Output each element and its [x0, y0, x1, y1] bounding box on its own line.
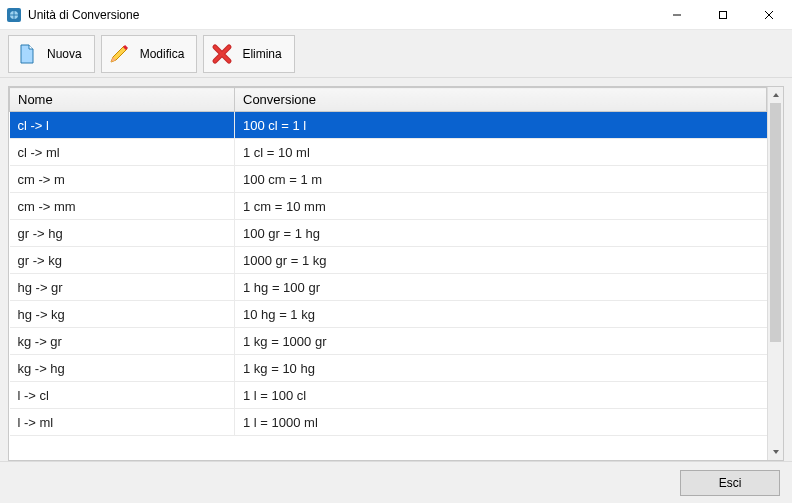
- cell-name: cl -> ml: [10, 139, 235, 166]
- cell-conversion: 1000 gr = 1 kg: [235, 247, 767, 274]
- scroll-down-icon[interactable]: [768, 444, 783, 460]
- cell-conversion: 10 hg = 1 kg: [235, 301, 767, 328]
- cell-name: gr -> kg: [10, 247, 235, 274]
- cell-conversion: 1 cl = 10 ml: [235, 139, 767, 166]
- table-row[interactable]: cl -> ml1 cl = 10 ml: [10, 139, 767, 166]
- delete-button[interactable]: Elimina: [203, 35, 294, 73]
- table-row[interactable]: l -> ml1 l = 1000 ml: [10, 409, 767, 436]
- delete-icon: [210, 42, 234, 66]
- cell-conversion: 1 l = 100 cl: [235, 382, 767, 409]
- cell-conversion: 1 hg = 100 gr: [235, 274, 767, 301]
- maximize-button[interactable]: [700, 0, 746, 29]
- cell-conversion: 1 kg = 1000 gr: [235, 328, 767, 355]
- toolbar: Nuova Modifica Elimina: [0, 30, 792, 78]
- cell-name: cm -> m: [10, 166, 235, 193]
- cell-conversion: 1 kg = 10 hg: [235, 355, 767, 382]
- cell-name: gr -> hg: [10, 220, 235, 247]
- cell-conversion: 100 gr = 1 hg: [235, 220, 767, 247]
- edit-button[interactable]: Modifica: [101, 35, 198, 73]
- delete-button-label: Elimina: [242, 47, 281, 61]
- title-bar: Unità di Conversione: [0, 0, 792, 30]
- scrollbar-track[interactable]: [768, 103, 783, 444]
- cell-name: hg -> gr: [10, 274, 235, 301]
- cell-name: l -> cl: [10, 382, 235, 409]
- cell-name: kg -> gr: [10, 328, 235, 355]
- app-icon: [6, 7, 22, 23]
- table-row[interactable]: l -> cl1 l = 100 cl: [10, 382, 767, 409]
- cell-conversion: 1 cm = 10 mm: [235, 193, 767, 220]
- minimize-button[interactable]: [654, 0, 700, 29]
- table-row[interactable]: gr -> hg100 gr = 1 hg: [10, 220, 767, 247]
- exit-button[interactable]: Esci: [680, 470, 780, 496]
- window-title: Unità di Conversione: [28, 8, 654, 22]
- cell-name: kg -> hg: [10, 355, 235, 382]
- footer: Esci: [0, 461, 792, 503]
- scrollbar-thumb[interactable]: [770, 103, 781, 342]
- column-header-conversion[interactable]: Conversione: [235, 88, 767, 112]
- new-button[interactable]: Nuova: [8, 35, 95, 73]
- cell-conversion: 100 cm = 1 m: [235, 166, 767, 193]
- table-row[interactable]: cl -> l100 cl = 1 l: [10, 112, 767, 139]
- table-row[interactable]: cm -> mm1 cm = 10 mm: [10, 193, 767, 220]
- new-icon: [15, 42, 39, 66]
- cell-conversion: 100 cl = 1 l: [235, 112, 767, 139]
- cell-name: cl -> l: [10, 112, 235, 139]
- edit-button-label: Modifica: [140, 47, 185, 61]
- table-row[interactable]: hg -> gr1 hg = 100 gr: [10, 274, 767, 301]
- column-header-name[interactable]: Nome: [10, 88, 235, 112]
- pencil-icon: [108, 42, 132, 66]
- window-controls: [654, 0, 792, 29]
- main-area: Nome Conversione cl -> l100 cl = 1 lcl -…: [0, 78, 792, 461]
- svg-rect-3: [720, 11, 727, 18]
- new-button-label: Nuova: [47, 47, 82, 61]
- data-grid[interactable]: Nome Conversione cl -> l100 cl = 1 lcl -…: [8, 86, 784, 461]
- cell-name: l -> ml: [10, 409, 235, 436]
- cell-conversion: 1 l = 1000 ml: [235, 409, 767, 436]
- vertical-scrollbar[interactable]: [767, 87, 783, 460]
- scroll-up-icon[interactable]: [768, 87, 783, 103]
- exit-button-label: Esci: [719, 476, 742, 490]
- table-row[interactable]: gr -> kg1000 gr = 1 kg: [10, 247, 767, 274]
- table-row[interactable]: kg -> gr1 kg = 1000 gr: [10, 328, 767, 355]
- table-row[interactable]: hg -> kg10 hg = 1 kg: [10, 301, 767, 328]
- cell-name: cm -> mm: [10, 193, 235, 220]
- cell-name: hg -> kg: [10, 301, 235, 328]
- close-button[interactable]: [746, 0, 792, 29]
- table-row[interactable]: cm -> m100 cm = 1 m: [10, 166, 767, 193]
- table-row[interactable]: kg -> hg1 kg = 10 hg: [10, 355, 767, 382]
